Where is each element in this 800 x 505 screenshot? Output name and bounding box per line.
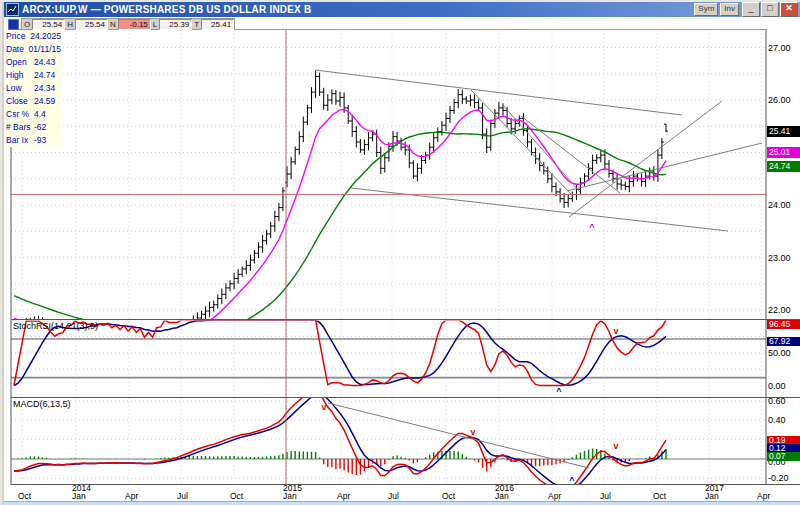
date-axis: Oct2014JanAprJulOct2015JanAprJulOct2016J… <box>4 485 800 501</box>
quote-field-label: T <box>192 20 201 29</box>
quote-symbol-icon <box>8 19 19 30</box>
cursor-row-label: Price <box>5 30 30 43</box>
cursor-row-label: Close <box>5 95 34 108</box>
month-label: Jan <box>495 492 525 500</box>
cursor-row-value: 24.74 <box>34 69 61 82</box>
cursor-row-label: High <box>5 69 34 82</box>
cursor-row-value: -62 <box>34 121 61 134</box>
annotation-marker: ^ <box>556 386 562 396</box>
quote-field-label: O <box>22 20 32 29</box>
month-label: Apr <box>125 492 155 500</box>
minimize-button[interactable]: _ <box>742 2 760 17</box>
cursor-row-label: Open <box>5 56 34 69</box>
date-tick-label: Apr <box>548 492 578 500</box>
cursor-panel-row: Open24.43 <box>5 56 61 69</box>
axis-label: 23.00 <box>768 253 791 263</box>
month-label: Jan <box>283 492 313 500</box>
cursor-row-label: Low <box>5 82 34 95</box>
month-label: Jul <box>177 492 207 500</box>
axis-price-chip: 96.45 <box>767 320 800 329</box>
month-label: Jan <box>705 492 735 500</box>
close-button[interactable]: ✕ <box>780 2 798 17</box>
axis-label: 22.00 <box>768 305 791 315</box>
cursor-row-label: Date <box>5 43 29 56</box>
axis-price-chip: 25.01 <box>767 147 800 158</box>
cursor-row-value: -93 <box>34 134 61 147</box>
date-tick-label: Oct <box>18 492 48 500</box>
macd-panel-label: MACD(6,13,5) <box>13 399 71 409</box>
date-tick-label: Apr <box>757 492 787 500</box>
annotation-marker: v <box>613 326 618 336</box>
month-label: Oct <box>653 492 683 500</box>
cursor-row-label: Bar Ix <box>5 134 34 147</box>
month-label: Oct <box>18 492 48 500</box>
quote-field-value: 25.54 <box>75 19 108 30</box>
date-tick-label: Apr <box>125 492 155 500</box>
cursor-panel-row: Close24.59 <box>5 95 61 108</box>
axis-price-chip: 67.92 <box>767 337 800 346</box>
date-tick-label: Apr <box>337 492 367 500</box>
date-tick-label: 2014Jan <box>72 485 102 500</box>
annotation-marker: ^ <box>569 475 575 485</box>
axis-label: 0.40 <box>768 415 786 425</box>
cursor-row-value: 4.4 <box>34 108 61 121</box>
quote-field-value: 25.54 <box>32 19 65 30</box>
cursor-panel-row: Date01/11/15 <box>5 43 61 56</box>
quote-field-label: L <box>151 20 159 29</box>
month-label: Jul <box>600 492 630 500</box>
axis-label: 50.00 <box>768 348 791 358</box>
cursor-row-value: 24.59 <box>34 95 61 108</box>
date-tick-label: Jul <box>600 492 630 500</box>
window-title: ARCX:UUP,W — POWERSHARES DB US DOLLAR IN… <box>22 4 311 15</box>
axis-price-chip: 24.74 <box>767 161 800 172</box>
date-tick-label: Oct <box>442 492 472 500</box>
axis-label: 0.60 <box>768 396 786 406</box>
cursor-row-label: # Bars <box>5 121 34 134</box>
cursor-data-panel: Price24.2025Date01/11/15Open24.43High24.… <box>5 30 61 147</box>
month-label: Apr <box>757 492 787 500</box>
axis-label: 27.00 <box>768 43 791 53</box>
window-titlebar[interactable]: ARCX:UUP,W — POWERSHARES DB US DOLLAR IN… <box>4 2 800 17</box>
axis-label: 0.00 <box>768 381 786 391</box>
sym-button[interactable]: Sym <box>694 3 718 16</box>
cursor-row-value: 01/11/15 <box>29 43 61 56</box>
cursor-panel-row: # Bars-62 <box>5 121 61 134</box>
date-tick-label: Jul <box>177 492 207 500</box>
month-label: Oct <box>442 492 472 500</box>
app-icon[interactable] <box>6 3 19 16</box>
annotation-marker: v <box>321 402 326 412</box>
date-tick-label: Jul <box>388 492 418 500</box>
cursor-row-value: 24.34 <box>34 82 61 95</box>
date-tick-label: 2015Jan <box>283 485 313 500</box>
chart-content-area: ^v^vvv^ O25.54H25.54N-0.15L25.39T25.41 P… <box>4 17 800 505</box>
inv-button[interactable]: Inv <box>720 3 739 16</box>
cursor-row-label: Csr % <box>5 108 34 121</box>
axis-label: -0.20 <box>768 473 789 483</box>
quote-field-value: 25.39 <box>159 19 192 30</box>
quote-field-label: H <box>65 20 75 29</box>
cursor-panel-row: Low24.34 <box>5 82 61 95</box>
date-tick-label: Oct <box>230 492 260 500</box>
quote-field-label: N <box>108 20 118 29</box>
maximize-button[interactable]: □ <box>761 2 779 17</box>
quote-field-value: -0.15 <box>118 19 151 30</box>
cursor-panel-row: Csr %4.4 <box>5 108 61 121</box>
annotation-marker: v <box>470 427 475 437</box>
quote-row: O25.54H25.54N-0.15L25.39T25.41 <box>4 18 235 30</box>
cursor-panel-row: High24.74 <box>5 69 61 82</box>
month-label: Apr <box>337 492 367 500</box>
chart-app-window: ARCX:UUP,W — POWERSHARES DB US DOLLAR IN… <box>0 0 800 505</box>
cursor-row-value: 24.2025 <box>30 30 61 43</box>
date-tick-label: Oct <box>653 492 683 500</box>
date-tick-label: 2016Jan <box>495 485 525 500</box>
axis-price-chip: 25.41 <box>767 126 800 137</box>
month-label: Apr <box>548 492 578 500</box>
stochrsi-panel-label: StochRSI(14,21(3),9) <box>13 321 98 331</box>
chart-canvas[interactable]: ^v^vvv^ <box>4 17 800 505</box>
month-label: Jul <box>388 492 418 500</box>
axis-label: 26.00 <box>768 95 791 105</box>
month-label: Jan <box>72 492 102 500</box>
annotation-marker: v <box>613 441 618 451</box>
date-tick-label: 2017Jan <box>705 485 735 500</box>
month-label: Oct <box>230 492 260 500</box>
